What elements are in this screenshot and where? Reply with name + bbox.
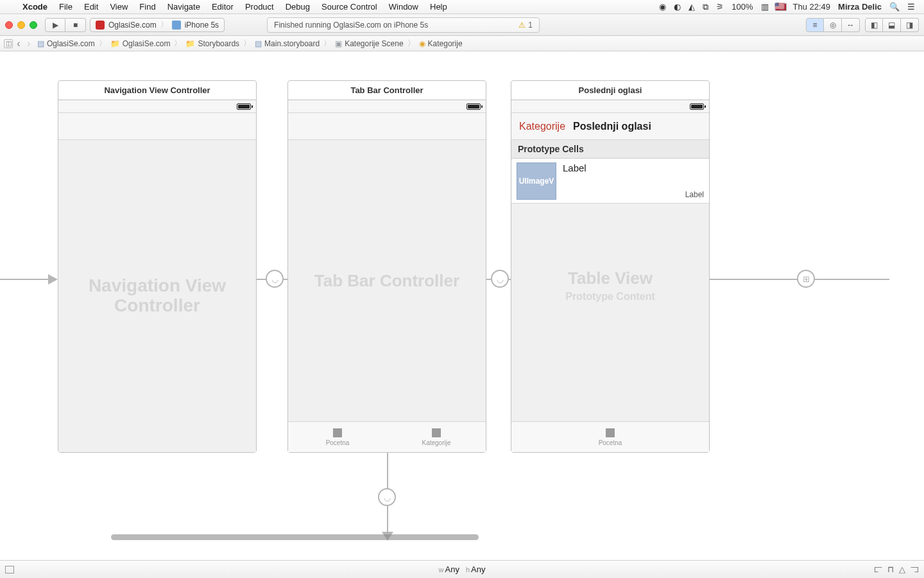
jump-group[interactable]: 📁OglasiSe.com: [108, 39, 173, 48]
segue-icon[interactable]: ◡: [266, 270, 284, 288]
menu-file[interactable]: File: [53, 0, 78, 14]
zoom-window-button[interactable]: [30, 21, 37, 29]
scene-tabbar-controller[interactable]: Tab Bar Controller Tab Bar Controller Po…: [287, 80, 486, 453]
tab-item-pocetna[interactable]: Pocetna: [288, 422, 387, 452]
run-button[interactable]: ▶: [45, 18, 65, 32]
cell-title-label[interactable]: Label: [563, 162, 586, 173]
jump-file[interactable]: ▤Main.storyboard: [252, 39, 322, 48]
app-menu[interactable]: Xcode: [17, 0, 53, 14]
size-class-control[interactable]: wAny hAny: [439, 565, 486, 574]
tab-item-kategorije[interactable]: Kategorije: [387, 422, 486, 452]
menu-find[interactable]: Find: [133, 0, 161, 14]
table-view[interactable]: Prototype Cells UIImageV Label Label Tab…: [511, 140, 709, 421]
jump-item[interactable]: ◉Kategorije: [416, 39, 465, 48]
jump-scene[interactable]: ▣Kategorije Scene: [332, 39, 406, 48]
panel-toggle-group: ◧ ⬓ ◨: [865, 18, 919, 32]
chevron-icon: 〉: [323, 38, 331, 49]
menu-help[interactable]: Help: [424, 0, 453, 14]
viber-icon[interactable]: ◉: [655, 2, 670, 12]
placeholder-title: Table View: [511, 268, 709, 288]
pin-button[interactable]: ⊓: [887, 565, 894, 574]
standard-editor-button[interactable]: ≡: [806, 18, 824, 32]
prototype-cell[interactable]: UIImageV Label Label: [511, 159, 709, 204]
resizing-button[interactable]: ⫎: [911, 565, 919, 574]
flag-icon[interactable]: [775, 3, 787, 11]
battery-icon: [466, 103, 481, 110]
empty-navbar: [58, 113, 256, 140]
assistant-editor-button[interactable]: ◎: [824, 18, 842, 32]
menu-source-control[interactable]: Source Control: [316, 0, 383, 14]
segue-icon[interactable]: ◡: [378, 488, 396, 506]
dropbox-icon[interactable]: ⧉: [699, 2, 712, 12]
jump-project-label: OglasiSe.com: [47, 39, 95, 48]
scene-poslednji-oglasi[interactable]: Poslednji oglasi Kategorije Poslednji og…: [511, 80, 710, 453]
battery-icon: [237, 103, 251, 110]
document-outline-toggle[interactable]: [5, 566, 14, 574]
macos-menubar: Xcode File Edit View Find Navigate Edito…: [0, 0, 924, 14]
battery-icon[interactable]: ▥: [757, 2, 773, 12]
tab-icon: [432, 428, 441, 437]
wifi-icon[interactable]: ⚞: [712, 2, 728, 12]
placeholder-text: Tab Bar Controller: [314, 271, 459, 291]
segue-icon[interactable]: ◡: [491, 270, 509, 288]
version-editor-button[interactable]: ↔: [842, 18, 860, 32]
scheme-device-icon: [172, 21, 181, 30]
dnd-icon[interactable]: ◐: [670, 2, 685, 12]
toggle-utilities-button[interactable]: ◨: [901, 18, 919, 32]
jump-item-label: Kategorije: [428, 39, 463, 48]
spotlight-icon[interactable]: 🔍: [886, 2, 903, 12]
storyboard-canvas[interactable]: Navigation View Controller Navigation Vi…: [0, 51, 924, 560]
minimize-window-button[interactable]: [17, 21, 25, 29]
run-stop-group: ▶ ■: [45, 18, 86, 32]
horizontal-scrollbar[interactable]: [111, 534, 479, 540]
resolve-issues-button[interactable]: △: [899, 565, 905, 574]
align-button[interactable]: ⫍: [874, 565, 882, 574]
menu-editor[interactable]: Editor: [206, 0, 239, 14]
scene-title: Navigation View Controller: [58, 81, 256, 100]
storyboard-file-icon: ▤: [255, 39, 262, 48]
menu-window[interactable]: Window: [383, 0, 424, 14]
user-name[interactable]: Mirza Delic: [834, 2, 886, 12]
status-bar: [288, 100, 486, 113]
toggle-navigator-button[interactable]: ◧: [865, 18, 883, 32]
navigation-bar[interactable]: Kategorije Poslednji oglasi: [511, 113, 709, 140]
close-window-button[interactable]: [5, 21, 13, 29]
stop-button[interactable]: ■: [65, 18, 86, 32]
cell-detail-label[interactable]: Label: [685, 190, 704, 199]
menubar-right: ◉ ◐ ◭ ⧉ ⚞ 100% ▥ Thu 22:49 Mirza Delic 🔍…: [655, 2, 919, 12]
scene-navigation-controller[interactable]: Navigation View Controller Navigation Vi…: [58, 80, 257, 453]
menu-edit[interactable]: Edit: [78, 0, 104, 14]
segue-icon[interactable]: ⊞: [797, 270, 815, 288]
clock[interactable]: Thu 22:49: [789, 2, 835, 12]
activity-view[interactable]: Finished running OglasiSe.com on iPhone …: [267, 17, 540, 33]
warning-indicator[interactable]: ⚠1: [518, 21, 533, 30]
nav-back-button[interactable]: ‹: [14, 39, 23, 48]
tab-item-pocetna[interactable]: Pocetna: [511, 422, 709, 452]
uiimageview-placeholder[interactable]: UIImageV: [517, 162, 556, 200]
menu-product[interactable]: Product: [239, 0, 280, 14]
warning-icon: ⚠: [518, 21, 526, 30]
jump-scene-label: Kategorije Scene: [345, 39, 403, 48]
editor-mode-group: ≡ ◎ ↔: [806, 18, 860, 32]
tab-label: Kategorije: [422, 439, 450, 446]
menubar-left: Xcode File Edit View Find Navigate Edito…: [5, 0, 453, 14]
project-icon: ▤: [37, 39, 44, 48]
scheme-selector[interactable]: OglasiSe.com 〉 iPhone 5s: [90, 18, 225, 32]
related-items-icon[interactable]: ◫: [4, 39, 13, 48]
menu-debug[interactable]: Debug: [280, 0, 316, 14]
jump-project[interactable]: ▤OglasiSe.com: [35, 39, 98, 48]
nav-title: Poslednji oglasi: [573, 121, 651, 132]
nav-forward-button[interactable]: ›: [24, 39, 33, 48]
h-label: h: [466, 566, 470, 574]
tab-bar: Pocetna: [511, 421, 709, 452]
menu-navigate[interactable]: Navigate: [162, 0, 206, 14]
menu-view[interactable]: View: [104, 0, 133, 14]
scheme-device-label: iPhone 5s: [185, 21, 219, 30]
tab-bar: Pocetna Kategorije: [288, 421, 486, 452]
xcode-toolbar: ▶ ■ OglasiSe.com 〉 iPhone 5s Finished ru…: [0, 14, 924, 36]
notification-center-icon[interactable]: ☰: [903, 2, 919, 12]
toggle-debug-button[interactable]: ⬓: [883, 18, 901, 32]
gdrive-icon[interactable]: ◭: [685, 2, 699, 12]
nav-back-button[interactable]: Kategorije: [519, 121, 565, 132]
jump-folder[interactable]: 📁Storyboards: [183, 39, 242, 48]
